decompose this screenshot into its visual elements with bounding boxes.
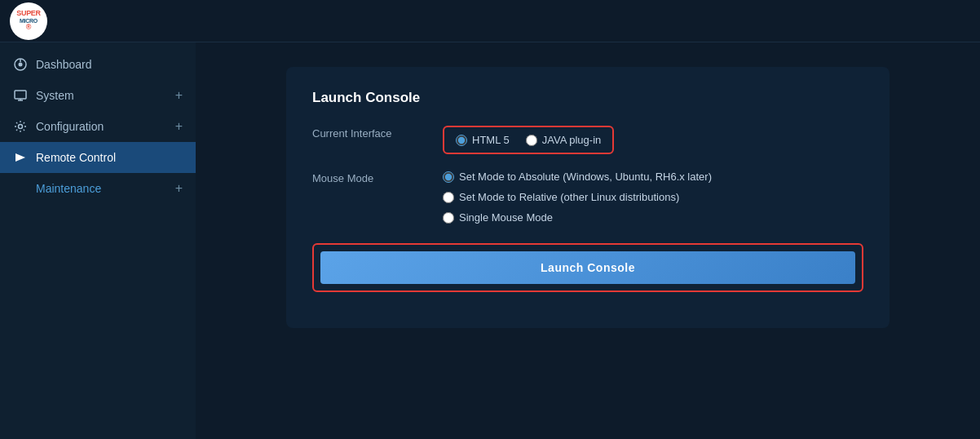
mouse-options: Set Mode to Absolute (Windows, Ubuntu, R…: [443, 171, 712, 224]
mouse-single-label: Single Mouse Mode: [459, 211, 553, 224]
sidebar-item-maintenance[interactable]: Maintenance +: [0, 173, 196, 204]
launch-console-button[interactable]: Launch Console: [320, 251, 855, 284]
content-area: Launch Console Current Interface HTML 5 …: [196, 42, 980, 439]
sidebar-item-configuration-label: Configuration: [36, 120, 167, 133]
sidebar-item-remote-control-label: Remote Control: [36, 151, 183, 164]
sidebar-item-remote-control[interactable]: Remote Control: [0, 142, 196, 173]
configuration-icon: [13, 119, 28, 134]
svg-marker-7: [15, 153, 25, 162]
svg-point-1: [19, 63, 23, 67]
html5-radio[interactable]: [456, 135, 467, 146]
topbar: SUPERMICRO®: [0, 0, 980, 42]
logo: SUPERMICRO®: [10, 2, 47, 40]
mouse-absolute-option[interactable]: Set Mode to Absolute (Windows, Ubuntu, R…: [443, 171, 712, 183]
mouse-absolute-label: Set Mode to Absolute (Windows, Ubuntu, R…: [459, 171, 712, 183]
launch-console-card: Launch Console Current Interface HTML 5 …: [286, 67, 890, 328]
card-title: Launch Console: [312, 90, 863, 106]
sidebar-item-system[interactable]: System +: [0, 80, 196, 111]
main-layout: Dashboard System + Configuration +: [0, 42, 980, 439]
mouse-single-option[interactable]: Single Mouse Mode: [443, 211, 712, 224]
mouse-mode-row: Mouse Mode Set Mode to Absolute (Windows…: [312, 171, 863, 224]
mouse-single-radio[interactable]: [443, 212, 454, 224]
dashboard-icon: [13, 57, 28, 72]
mouse-relative-label: Set Mode to Relative (other Linux distri…: [459, 191, 679, 203]
sidebar-item-system-label: System: [36, 89, 167, 102]
current-interface-label: Current Interface: [312, 126, 443, 140]
system-plus-icon: +: [175, 88, 183, 103]
logo-text: SUPERMICRO®: [16, 10, 41, 32]
interface-options: HTML 5 JAVA plug-in: [443, 126, 614, 154]
sidebar-item-dashboard[interactable]: Dashboard: [0, 49, 196, 80]
java-option[interactable]: JAVA plug-in: [526, 134, 602, 146]
svg-rect-3: [15, 91, 26, 99]
mouse-mode-label: Mouse Mode: [312, 171, 443, 184]
current-interface-row: Current Interface HTML 5 JAVA plug-in: [312, 126, 863, 154]
sidebar-item-dashboard-label: Dashboard: [36, 58, 183, 71]
java-radio[interactable]: [526, 135, 537, 146]
mouse-absolute-radio[interactable]: [443, 171, 454, 183]
system-icon: [13, 88, 28, 103]
maintenance-plus-icon: +: [175, 181, 183, 196]
java-label: JAVA plug-in: [542, 134, 602, 146]
html5-label: HTML 5: [472, 134, 510, 146]
sidebar-item-configuration[interactable]: Configuration +: [0, 111, 196, 142]
html5-option[interactable]: HTML 5: [456, 134, 510, 146]
svg-point-6: [19, 125, 23, 129]
remote-control-icon: [13, 150, 28, 165]
mouse-relative-option[interactable]: Set Mode to Relative (other Linux distri…: [443, 191, 712, 203]
configuration-plus-icon: +: [175, 119, 183, 134]
mouse-relative-radio[interactable]: [443, 192, 454, 203]
sidebar: Dashboard System + Configuration +: [0, 42, 196, 439]
maintenance-icon: [13, 181, 28, 196]
sidebar-item-maintenance-label: Maintenance: [36, 182, 167, 195]
launch-button-wrapper: Launch Console: [312, 243, 863, 292]
interface-radio-group: HTML 5 JAVA plug-in: [443, 126, 614, 154]
